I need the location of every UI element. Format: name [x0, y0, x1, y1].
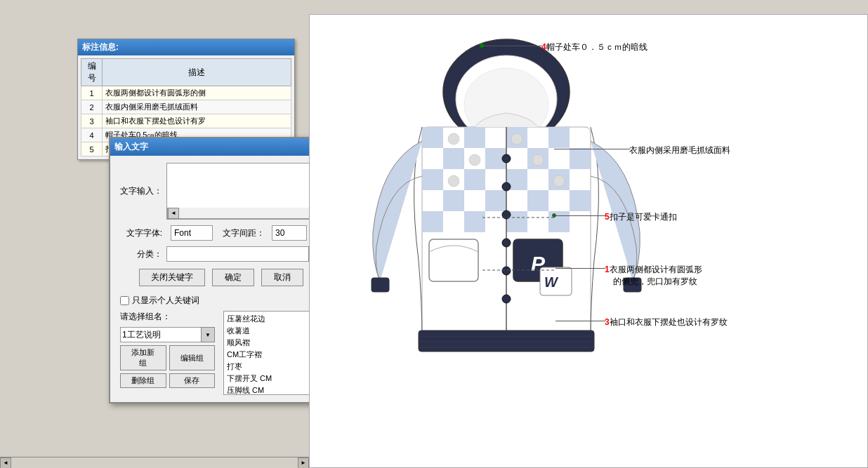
text-scrollbar-h: ◄ ►	[167, 208, 322, 219]
annotation-3-line	[555, 321, 605, 321]
delete-group-button[interactable]: 删除组	[120, 373, 166, 388]
annotation-3-text: 3袖口和衣服下摆处也设计有罗纹	[605, 317, 728, 327]
keyword-item[interactable]: CM工字褶	[225, 349, 320, 361]
edit-group-button[interactable]: 编辑组	[169, 345, 216, 370]
annotation-5-line	[555, 215, 605, 216]
annotation-row-desc: 衣服内侧采用磨毛抓绒面料	[103, 100, 291, 114]
dialog-title: 输入文字	[114, 141, 148, 153]
svg-rect-7	[548, 127, 570, 148]
garment-svg: P W	[366, 36, 703, 415]
svg-rect-16	[443, 190, 464, 211]
input-text-dialog: 输入文字 ✕ 文字输入： ▲ ▼ ◄ ► 文字字体:	[109, 137, 334, 403]
scroll-left-btn[interactable]: ◄	[0, 457, 11, 469]
keyword-item[interactable]: 顺风褶	[225, 337, 320, 349]
annotation-row-id: 2	[81, 100, 103, 114]
annotation-5-num: 5	[605, 212, 610, 222]
annotation-1-text: 衣服两侧都设计有圆弧形	[610, 265, 702, 274]
annotation-4-line	[482, 46, 542, 46]
left-strip	[0, 0, 77, 468]
svg-point-25	[469, 154, 480, 166]
annotation-fabric-line	[554, 149, 630, 149]
svg-rect-11	[570, 148, 591, 169]
group-select-container: 1工艺说明 ▼	[120, 327, 215, 342]
annotation-panel-title: 标注信息:	[78, 39, 294, 55]
close-keyword-button[interactable]: 关闭关键字	[139, 269, 205, 286]
keyword-item[interactable]: 压脚线 CM	[225, 385, 320, 395]
svg-rect-37	[419, 330, 594, 352]
svg-rect-5	[464, 127, 485, 148]
svg-rect-17	[485, 190, 506, 211]
font-row: 文字字体: 文字间距：	[120, 225, 322, 241]
svg-point-26	[511, 133, 522, 145]
annotation-4-text: 帽子处车０．５ｃｍ的暗线	[546, 42, 647, 52]
dialog-content: 文字输入： ▲ ▼ ◄ ► 文字字体: 文字间距：	[110, 156, 332, 402]
annotation-fabric-text: 衣服内侧采用磨毛抓绒面料	[629, 145, 730, 155]
group-select-row: 请选择组名：	[120, 311, 215, 323]
annotation-1-label: 1衣服两侧都设计有圆弧形 的侧兜，兜口加有罗纹	[605, 264, 702, 288]
scroll-track-h	[179, 208, 310, 218]
annotation-1-text2: 的侧兜，兜口加有罗纹	[605, 276, 702, 288]
scroll-right-btn[interactable]: ►	[298, 457, 309, 469]
keyword-item[interactable]: 打枣	[225, 361, 320, 373]
svg-point-35	[502, 267, 511, 275]
category-label: 分类：	[120, 248, 162, 260]
annotation-row-id: 1	[81, 86, 103, 100]
keywords-section: 请选择组名： 1工艺说明 ▼ 添加新组 编辑组 删除组 保存	[120, 311, 322, 395]
svg-point-31	[502, 154, 511, 163]
group-select-label: 请选择组名：	[120, 311, 171, 323]
keywords-left: 请选择组名： 1工艺说明 ▼ 添加新组 编辑组 删除组 保存	[120, 311, 215, 395]
annotation-row-desc: 衣服两侧都设计有圆弧形的侧	[103, 86, 291, 100]
svg-point-33	[502, 210, 511, 219]
font-label: 文字字体:	[120, 227, 162, 239]
personal-keyword-label: 只显示个人关键词	[132, 295, 199, 307]
annotation-4-num: 4	[541, 42, 546, 52]
svg-rect-18	[527, 190, 548, 211]
annotation-row-id: 3	[81, 114, 103, 128]
annotation-5-dot	[552, 213, 556, 218]
svg-point-34	[502, 239, 511, 247]
svg-point-32	[502, 182, 511, 191]
group-dropdown-arrow[interactable]: ▼	[201, 327, 215, 342]
main-canvas: P W 4帽子处车０．５ｃｍ的暗线 衣服内侧采用磨毛抓绒面料 5扣子是可爱卡通扣…	[309, 14, 868, 468]
keyword-item[interactable]: 压薯丝花边	[225, 313, 320, 325]
scroll-left-arrow[interactable]: ◄	[168, 208, 179, 219]
spacing-input[interactable]	[272, 225, 307, 241]
keyword-item[interactable]: 收薯道	[225, 325, 320, 337]
save-button[interactable]: 保存	[169, 373, 216, 388]
svg-point-28	[448, 175, 459, 187]
annotation-fabric-label: 衣服内侧采用磨毛抓绒面料	[629, 145, 730, 156]
svg-rect-8	[443, 148, 464, 169]
annotation-5-text: 扣子是可爱卡通扣	[610, 212, 677, 222]
svg-rect-4	[422, 127, 443, 148]
annotation-row-desc: 袖口和衣服下摆处也设计有罗	[103, 114, 291, 128]
annotation-3-num: 3	[605, 317, 610, 327]
annotation-4-label: 4帽子处车０．５ｃｍ的暗线	[541, 41, 647, 53]
add-group-button[interactable]: 添加新组	[120, 345, 166, 370]
keyword-item[interactable]: 下摆开叉 CM	[225, 373, 320, 385]
svg-rect-20	[422, 211, 443, 232]
cancel-button[interactable]: 取消	[261, 269, 303, 286]
annotation-row-id: 4	[81, 128, 103, 142]
group-buttons-row: 添加新组 编辑组	[120, 345, 215, 370]
svg-rect-19	[570, 190, 591, 211]
text-input-area: ▲ ▼ ◄ ►	[166, 163, 322, 220]
category-select[interactable]	[166, 246, 322, 262]
group-bottom-buttons: 删除组 保存	[120, 373, 215, 388]
svg-point-29	[553, 175, 565, 187]
svg-rect-21	[464, 211, 485, 232]
font-input[interactable]	[171, 225, 213, 241]
scroll-track-left	[11, 457, 298, 468]
svg-rect-41	[371, 278, 389, 292]
confirm-button[interactable]: 确定	[212, 269, 254, 286]
h-scrollbar-left: ◄ ►	[0, 457, 309, 468]
keywords-list[interactable]: 压薯丝花边收薯道顺风褶CM工字褶打枣下摆开叉 CM压脚线 CM贴里封，包后方海棉…	[223, 311, 322, 395]
dialog-title-bar: 输入文字 ✕	[110, 138, 332, 156]
text-input-label: 文字输入：	[120, 185, 162, 197]
dialog-buttons: 关闭关键字 确定 取消	[120, 269, 322, 286]
personal-keyword-checkbox[interactable]	[120, 296, 129, 305]
text-input-field[interactable]	[167, 163, 310, 206]
annotation-3-label: 3袖口和衣服下摆处也设计有罗纹	[605, 316, 728, 328]
category-select-wrapper: ▼	[166, 246, 322, 262]
annotation-1-num: 1	[605, 265, 610, 274]
col-header-id: 编号	[81, 59, 103, 86]
